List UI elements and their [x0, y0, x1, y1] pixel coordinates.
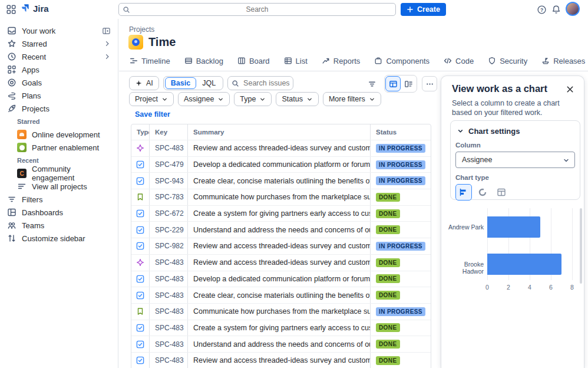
sidebar-project-partner-enablement[interactable]: Partner enablement — [0, 141, 118, 154]
tab-components[interactable]: Components — [374, 52, 430, 71]
tab-list[interactable]: List — [284, 52, 308, 71]
table-row[interactable]: SPC-483Review and access threaded-ideas … — [131, 352, 431, 368]
filter-dropdowns: Project Assignee Type Status More filter… — [129, 92, 381, 106]
table-row[interactable]: SPC-783Communicate how purchases from th… — [131, 189, 431, 205]
panel-title: View work as a chart — [452, 83, 547, 94]
tab-code[interactable]: Code — [444, 52, 474, 71]
detail-view-button[interactable] — [401, 76, 416, 91]
sidebar-project-community-engagement[interactable]: C Community engagement — [0, 167, 118, 180]
sidebar-item-teams[interactable]: Teams — [0, 219, 118, 232]
column-header-status[interactable]: Status — [371, 124, 431, 140]
table-row[interactable]: SPC-483Develop a dedicated communication… — [131, 271, 431, 287]
jira-logo[interactable]: Jira — [20, 3, 49, 14]
backlog-icon — [184, 57, 193, 65]
group-by-icon[interactable] — [364, 76, 379, 91]
issue-key: SPC-943 — [150, 173, 188, 189]
table-row[interactable]: SPC-483Understand and address the needs … — [131, 336, 431, 352]
issue-status: IN PROGRESS — [371, 140, 431, 156]
table-row[interactable]: SPC-943Create clear, concise materials o… — [131, 172, 431, 189]
table-row[interactable]: SPC-483Create a system for giving partne… — [131, 320, 431, 336]
issues-table: Type Key Summary Status SPC-483Review an… — [131, 124, 431, 368]
global-search-input[interactable] — [118, 3, 396, 16]
column-header-type[interactable]: Type — [131, 124, 150, 140]
app-switcher-icon[interactable] — [6, 4, 16, 15]
sidebar-item-dashboards[interactable]: Dashboards — [0, 206, 118, 219]
chart-settings-accordion[interactable]: Chart settings — [455, 126, 575, 140]
sidebar-item-recent[interactable]: Recent — [0, 50, 118, 63]
more-options-button[interactable] — [422, 76, 437, 91]
bar-chart-type-button[interactable] — [455, 184, 472, 201]
sidebar-item-filters[interactable]: Filters — [0, 193, 118, 206]
table-header: Type Key Summary Status — [131, 124, 431, 140]
chart-category-label: Brooke Hadwor — [441, 261, 484, 275]
status-badge: IN PROGRESS — [376, 144, 425, 153]
tab-backlog[interactable]: Backlog — [184, 52, 223, 71]
save-filter-link[interactable]: Save filter — [135, 110, 170, 119]
sidebar-item-starred[interactable]: Starred — [0, 37, 118, 50]
close-icon[interactable] — [564, 83, 576, 95]
breadcrumb[interactable]: Projects — [129, 25, 154, 34]
table-row[interactable]: SPC-483Communicate how purchases from th… — [131, 303, 431, 320]
svg-text:?: ? — [540, 6, 543, 12]
more-filters-dropdown[interactable]: More filters — [323, 92, 381, 106]
sidebar-item-customize[interactable]: Customize sidebar — [0, 232, 118, 245]
issue-status: DONE — [371, 287, 431, 303]
filter-toolbar: AI Basic JQL — [129, 76, 293, 90]
table-row[interactable]: SPC-483Create clear, concise materials o… — [131, 287, 431, 303]
table-row[interactable]: SPC-229Understand and address the needs … — [131, 221, 431, 238]
issue-summary: Review and access threaded-ideas survey … — [188, 140, 371, 156]
timeline-icon — [130, 57, 138, 65]
sidebar-project-online-development[interactable]: Online development — [0, 128, 118, 141]
collapse-sidebar-icon[interactable] — [102, 27, 111, 35]
tab-reports[interactable]: Reports — [322, 52, 361, 71]
status-filter-dropdown[interactable]: Status — [276, 92, 318, 106]
sidebar-item-goals[interactable]: Goals — [0, 76, 118, 89]
table-row[interactable]: SPC-483Review and access threaded-ideas … — [131, 254, 431, 271]
project-filter-dropdown[interactable]: Project — [129, 92, 174, 106]
tab-releases[interactable]: Releases — [541, 52, 585, 71]
sidebar-item-label: Customize sidebar — [22, 234, 85, 243]
sidebar-item-apps[interactable]: Apps — [0, 63, 118, 76]
sidebar-item-plans[interactable]: Plans — [0, 89, 118, 102]
jql-mode-button[interactable]: JQL — [196, 77, 222, 89]
column-select[interactable]: Assignee — [455, 152, 575, 168]
panel-scrollbar[interactable] — [580, 208, 582, 284]
status-badge: IN PROGRESS — [376, 307, 425, 316]
issue-key: SPC-483 — [150, 271, 188, 287]
sidebar-item-label: Goals — [22, 78, 42, 87]
ai-button[interactable]: AI — [129, 76, 159, 90]
table-row[interactable]: SPC-483Review and access threaded-ideas … — [131, 140, 431, 156]
column-header-summary[interactable]: Summary — [188, 124, 371, 140]
table-row[interactable]: SPC-672Create a system for giving partne… — [131, 205, 431, 222]
table-row[interactable]: SPC-479Develop a dedicated communication… — [131, 156, 431, 173]
tab-label: Releases — [553, 57, 585, 65]
create-button[interactable]: Create — [401, 3, 446, 16]
table-chart-type-button[interactable] — [493, 184, 510, 201]
ai-label: AI — [146, 79, 153, 87]
type-filter-dropdown[interactable]: Type — [234, 92, 272, 106]
status-badge: IN PROGRESS — [376, 176, 425, 185]
donut-chart-type-button[interactable] — [474, 184, 491, 201]
assignee-filter-dropdown[interactable]: Assignee — [178, 92, 230, 106]
tab-board[interactable]: Board — [237, 52, 270, 71]
notifications-bell-icon[interactable] — [550, 3, 563, 16]
issue-summary: Create a system for giving partners earl… — [188, 206, 371, 222]
issue-key: SPC-483 — [150, 336, 188, 352]
help-icon[interactable]: ? — [535, 3, 548, 16]
table-row[interactable]: SPC-982Review and access threaded-ideas … — [131, 238, 431, 254]
status-badge: IN PROGRESS — [376, 242, 425, 251]
issue-search — [227, 76, 293, 90]
column-header-key[interactable]: Key — [150, 124, 188, 140]
basic-mode-button[interactable]: Basic — [165, 77, 196, 89]
sidebar-item-projects[interactable]: Projects — [0, 102, 118, 115]
user-avatar[interactable] — [566, 2, 580, 16]
tab-security[interactable]: Security — [488, 52, 527, 71]
issue-status: IN PROGRESS — [371, 173, 431, 189]
tab-timeline[interactable]: Timeline — [130, 52, 170, 71]
issue-key: SPC-783 — [150, 189, 188, 205]
issue-status: DONE — [371, 271, 431, 287]
issue-status: DONE — [371, 336, 431, 352]
layout-toggle-group — [384, 75, 417, 93]
sidebar-item-your-work[interactable]: Your work — [0, 24, 118, 37]
grid-view-button[interactable] — [385, 76, 401, 91]
